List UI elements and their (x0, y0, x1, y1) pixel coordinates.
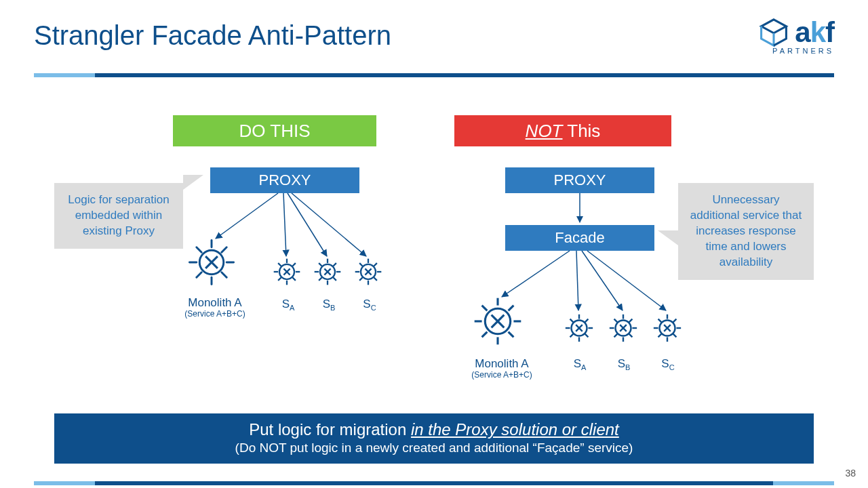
banner-not-this: NOT This (454, 115, 671, 146)
note-left-pointer (183, 175, 203, 190)
svg-line-60 (509, 306, 514, 311)
svg-line-81 (629, 334, 633, 338)
note-right: Unnecessary additional service that incr… (678, 183, 814, 280)
svg-line-6 (576, 251, 578, 310)
svg-line-5 (502, 251, 570, 297)
svg-line-80 (614, 319, 618, 323)
svg-line-50 (359, 277, 363, 281)
svg-line-91 (658, 319, 662, 323)
svg-line-28 (278, 277, 281, 281)
svg-line-26 (292, 277, 296, 281)
cube-icon (758, 17, 789, 48)
svg-line-7 (582, 251, 623, 310)
note-left: Logic for separation embedded within exi… (54, 183, 183, 249)
svg-line-36 (319, 263, 322, 266)
gear-icon (471, 295, 524, 348)
page-title: Strangler Facade Anti-Pattern (34, 20, 391, 51)
footer-callout: Put logic for migration in the Proxy sol… (54, 413, 814, 464)
svg-line-69 (570, 319, 574, 323)
svg-line-14 (197, 247, 201, 252)
svg-line-15 (222, 272, 226, 277)
box-facade: Facade (505, 225, 654, 251)
page-number: 38 (845, 468, 856, 479)
svg-line-37 (333, 277, 336, 281)
svg-line-94 (658, 334, 662, 338)
svg-line-39 (319, 277, 322, 281)
svg-line-71 (585, 319, 589, 323)
svg-line-82 (629, 319, 633, 323)
svg-line-70 (585, 334, 589, 338)
svg-line-61 (482, 332, 488, 338)
box-proxy-right: PROXY (505, 167, 654, 193)
gear-icon (607, 312, 639, 344)
svg-line-49 (374, 263, 377, 266)
svg-line-83 (614, 334, 618, 338)
label-sa-right: SA (566, 358, 593, 371)
svg-line-16 (222, 247, 226, 252)
gear-icon (186, 237, 237, 287)
brand-text: akf (795, 21, 834, 44)
svg-line-58 (482, 306, 488, 311)
label-sc-left: SC (356, 298, 383, 312)
svg-line-3 (292, 193, 366, 256)
banner-do-this: DO THIS (173, 115, 376, 146)
label-sc-right: SC (654, 358, 682, 371)
svg-line-8 (587, 251, 666, 310)
svg-line-1 (283, 193, 286, 256)
svg-line-72 (570, 334, 574, 338)
label-monolith-right: Monolith A (Service A+B+C) (461, 358, 542, 380)
gear-icon (563, 312, 595, 344)
bottom-divider (34, 481, 834, 485)
svg-line-27 (292, 263, 296, 266)
label-sa-left: SA (275, 298, 302, 312)
brand-logo: akf PARTNERS (758, 17, 834, 55)
box-proxy-left: PROXY (210, 167, 359, 193)
svg-line-25 (278, 263, 281, 266)
label-sb-right: SB (610, 358, 637, 371)
gear-icon (271, 256, 302, 287)
svg-line-92 (673, 334, 677, 338)
label-monolith-left: Monolith A (Service A+B+C) (178, 297, 252, 319)
svg-line-38 (333, 263, 336, 266)
gear-icon (651, 312, 684, 344)
gear-icon (353, 256, 384, 287)
svg-line-48 (374, 277, 377, 281)
svg-line-17 (197, 272, 201, 277)
svg-line-93 (673, 319, 677, 323)
svg-line-2 (288, 193, 327, 256)
gear-icon (312, 256, 343, 287)
svg-line-47 (359, 263, 363, 266)
note-right-pointer (658, 230, 678, 245)
label-sb-left: SB (315, 298, 342, 312)
svg-line-0 (216, 193, 278, 239)
title-divider (34, 73, 834, 77)
svg-line-59 (509, 332, 514, 338)
